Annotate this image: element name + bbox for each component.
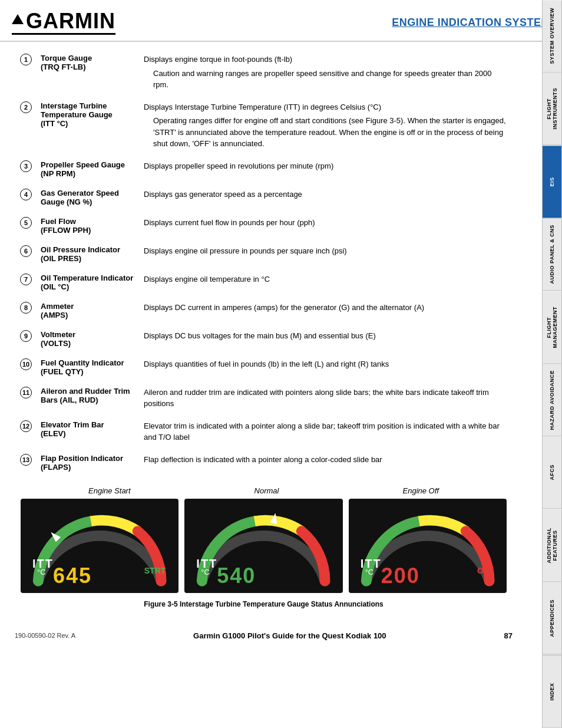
gauge-c-label-2: °C	[365, 568, 374, 577]
indicator-label-1: Torque Gauge(TRQ FT-LB)	[37, 51, 140, 94]
circle-num-12: 12	[20, 420, 32, 432]
figures-section: Engine Start Normal Engine Off ITT°CSTRT…	[15, 486, 513, 608]
sidebar-tab-2[interactable]: EIS	[542, 146, 562, 218]
gauge-1: ITT°C540	[184, 499, 342, 593]
indicator-desc-12: Elevator trim is indicated with a pointe…	[140, 417, 513, 446]
indicator-row: 2Interstage TurbineTemperature Gauge(ITT…	[15, 98, 513, 153]
indicator-row: 13Flap Position Indicator(FLAPS)Flap def…	[15, 451, 513, 475]
gauge-c-label-0: °C	[37, 568, 46, 577]
indicator-num-10: 10	[15, 355, 37, 379]
separator-row	[15, 209, 513, 214]
indicator-label-8: Ammeter(AMPS)	[37, 299, 140, 322]
indicator-row: 7Oil Temperature Indicator(OIL °C)Displa…	[15, 271, 513, 294]
sidebar-tab-1[interactable]: FLIGHT INSTRUMENTS	[542, 73, 562, 145]
separator-row	[15, 379, 513, 384]
gauge-value-2: 200	[381, 564, 420, 588]
sidebar-tab-0[interactable]: SYSTEM OVERVIEW	[542, 0, 562, 73]
indicator-num-13: 13	[15, 451, 37, 475]
gauge-annunciator-2: OFF	[477, 566, 494, 575]
gauge-0: ITT°CSTRT645	[21, 499, 178, 593]
footer-page-number: 87	[504, 631, 513, 640]
indicator-row: 4Gas Generator SpeedGauge (NG %)Displays…	[15, 186, 513, 209]
indicator-label-12: Elevator Trim Bar(ELEV)	[37, 417, 140, 446]
gauge-2: ITT°COFF200	[349, 499, 507, 593]
indicator-desc-6: Displays engine oil pressure in pounds p…	[140, 242, 513, 266]
indicator-row: 9Voltmeter(VOLTS)Displays DC bus voltage…	[15, 327, 513, 351]
separator-row	[15, 351, 513, 355]
indicator-label-6: Oil Pressure Indicator(OIL PRES)	[37, 242, 140, 266]
sidebar-tab-9[interactable]: INDEX	[542, 655, 562, 728]
separator-row	[15, 266, 513, 271]
circle-num-9: 9	[20, 330, 32, 342]
indicator-desc-4: Displays gas generator speed as a percen…	[140, 186, 513, 209]
indicator-desc-11: Aileron and rudder trim are indicated wi…	[140, 384, 513, 413]
page-header: GARMIN ENGINE INDICATION SYSTEM	[0, 0, 562, 42]
indicator-row: 6Oil Pressure Indicator(OIL PRES)Display…	[15, 242, 513, 266]
indicator-desc-5: Displays current fuel flow in pounds per…	[140, 214, 513, 238]
sidebar-tab-8[interactable]: APPENDICES	[542, 582, 562, 654]
circle-num-13: 13	[20, 454, 32, 466]
logo-text: GARMIN	[26, 11, 115, 32]
sidebar-tab-3[interactable]: AUDIO PANEL & CNS	[542, 218, 562, 291]
figure-caption: Figure 3-5 Interstage Turbine Temperatur…	[15, 600, 513, 608]
circle-num-11: 11	[20, 387, 32, 398]
gauge-value-0: 645	[53, 564, 92, 588]
main-content: 1Torque Gauge(TRQ FT-LB)Displays engine …	[0, 42, 542, 617]
circle-num-10: 10	[20, 358, 32, 370]
garmin-logo: GARMIN	[12, 11, 115, 35]
figure-label-start: Engine Start	[88, 486, 131, 495]
sidebar-tab-7[interactable]: ADDITIONAL FEATURES	[542, 509, 562, 582]
sidebar-tab-6[interactable]: AFCS	[542, 436, 562, 509]
indicator-desc-8: Displays DC current in amperes (amps) fo…	[140, 299, 513, 322]
separator-row	[15, 181, 513, 186]
indicator-row: 5Fuel Flow(FFLOW PPH)Displays current fu…	[15, 214, 513, 238]
indicator-label-13: Flap Position Indicator(FLAPS)	[37, 451, 140, 475]
garmin-wordmark: GARMIN	[12, 11, 115, 32]
logo-underline	[12, 33, 115, 35]
sidebar-tab-4[interactable]: FLIGHT MANAGEMENT	[542, 291, 562, 364]
indicator-desc-3: Displays propeller speed in revolutions …	[140, 157, 513, 181]
indicator-num-2: 2	[15, 98, 37, 153]
circle-num-3: 3	[20, 160, 32, 172]
circle-num-4: 4	[20, 189, 32, 200]
gauge-arc-svg-1	[184, 499, 342, 593]
separator-row	[15, 294, 513, 299]
separator-row	[15, 413, 513, 417]
indicator-row: 11Aileron and Rudder TrimBars (AIL, RUD)…	[15, 384, 513, 413]
indicator-num-12: 12	[15, 417, 37, 446]
figure-label-normal: Normal	[254, 486, 279, 495]
indicator-table: 1Torque Gauge(TRQ FT-LB)Displays engine …	[15, 51, 513, 475]
footer-part-number: 190-00590-02 Rev. A	[15, 632, 75, 639]
indicator-label-7: Oil Temperature Indicator(OIL °C)	[37, 271, 140, 294]
gauge-arc-svg-2	[349, 499, 507, 593]
indicator-row: 8Ammeter(AMPS)Displays DC current in amp…	[15, 299, 513, 322]
footer-title: Garmin G1000 Pilot's Guide for the Quest…	[193, 631, 386, 640]
indicator-label-10: Fuel Quantity Indicator(FUEL QTY)	[37, 355, 140, 379]
circle-num-6: 6	[20, 245, 32, 257]
sidebar-tab-5[interactable]: HAZARD AVOIDANCE	[542, 364, 562, 436]
indicator-label-2: Interstage TurbineTemperature Gauge(ITT …	[37, 98, 140, 153]
circle-num-1: 1	[20, 54, 32, 65]
figure-labels: Engine Start Normal Engine Off	[15, 486, 513, 495]
separator-row	[15, 446, 513, 451]
circle-num-5: 5	[20, 217, 32, 229]
indicator-desc-2: Displays Interstage Turbine Temperature …	[140, 98, 513, 153]
indicator-num-9: 9	[15, 327, 37, 351]
page-footer: 190-00590-02 Rev. A Garmin G1000 Pilot's…	[0, 623, 542, 648]
circle-num-8: 8	[20, 302, 32, 314]
indicator-num-3: 3	[15, 157, 37, 181]
indicator-desc-1: Displays engine torque in foot-pounds (f…	[140, 51, 513, 94]
indicator-row: 12Elevator Trim Bar(ELEV)Elevator trim i…	[15, 417, 513, 446]
page-title: ENGINE INDICATION SYSTEM	[392, 11, 550, 29]
gauge-arc-svg-0	[21, 499, 178, 593]
separator-row	[15, 322, 513, 327]
gauge-value-1: 540	[217, 564, 256, 588]
indicator-num-1: 1	[15, 51, 37, 94]
separator-row	[15, 238, 513, 242]
indicator-num-4: 4	[15, 186, 37, 209]
indicator-label-4: Gas Generator SpeedGauge (NG %)	[37, 186, 140, 209]
figure-label-off: Engine Off	[403, 486, 439, 495]
indicator-label-5: Fuel Flow(FFLOW PPH)	[37, 214, 140, 238]
separator-row	[15, 94, 513, 98]
triangle-icon	[12, 14, 24, 24]
